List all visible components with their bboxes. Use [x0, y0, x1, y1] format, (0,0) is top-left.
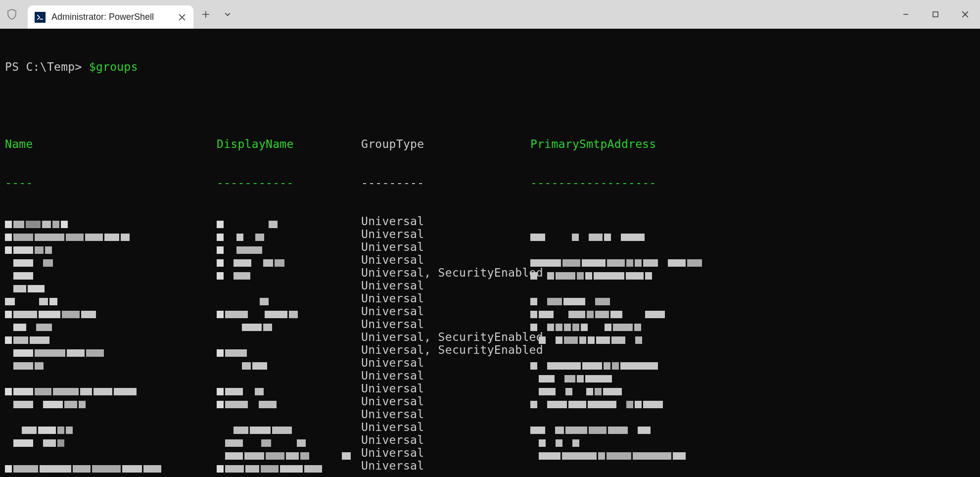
table-header: NameDisplayNameGroupTypePrimarySmtpAddre… [5, 138, 975, 150]
minimize-button[interactable] [891, 0, 921, 29]
table-row: Universal [5, 292, 975, 305]
table-row: Universal [5, 279, 975, 292]
table-row: Universal [5, 318, 975, 331]
close-window-button[interactable] [950, 0, 980, 29]
table-underline: ----------------------------------------… [5, 176, 975, 189]
tab-dropdown-button[interactable] [218, 4, 237, 24]
table-row: Universal [5, 356, 975, 369]
table-row: Universal [5, 408, 975, 421]
window-controls [891, 0, 980, 29]
tab-close-button[interactable] [178, 13, 187, 22]
table-row: Universal [5, 253, 975, 266]
svg-rect-0 [933, 12, 938, 17]
table-row: Universal [5, 369, 975, 382]
maximize-button[interactable] [921, 0, 950, 29]
powershell-icon [35, 12, 46, 23]
table-row: Universal [5, 446, 975, 459]
table-row: Universal, SecurityEnabled [5, 331, 975, 343]
prompt-line: PS C:\Temp> $groups [5, 60, 975, 73]
shield-icon [6, 8, 18, 20]
terminal-output[interactable]: PS C:\Temp> $groups NameDisplayNameGroup… [0, 29, 980, 477]
table-row: Universal [5, 240, 975, 253]
tab-title: Administrator: PowerShell [51, 12, 174, 22]
table-row: Universal [5, 459, 975, 472]
table-row: Universal [5, 215, 975, 228]
table-row: Universal [5, 433, 975, 446]
tab-powershell[interactable]: Administrator: PowerShell [28, 5, 193, 29]
titlebar: Administrator: PowerShell [0, 0, 980, 29]
table-row: Universal, SecurityEnabled [5, 343, 975, 356]
table-row: Universal [5, 305, 975, 318]
table-row: Universal [5, 395, 975, 408]
new-tab-button[interactable] [196, 4, 215, 24]
table-row: Universal [5, 421, 975, 433]
table-row: Universal, SecurityEnabled [5, 266, 975, 279]
table-row: Universal [5, 228, 975, 240]
table-row: Universal [5, 382, 975, 395]
